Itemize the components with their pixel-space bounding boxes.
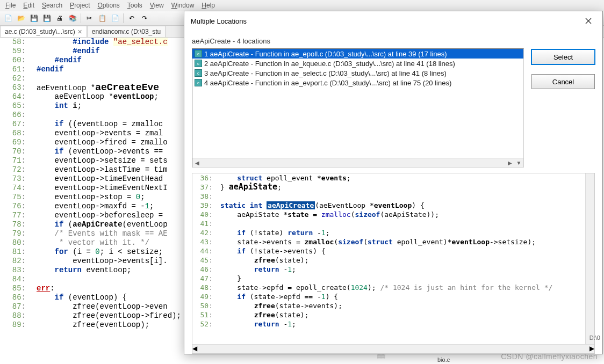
new-file-icon[interactable]: 📄 bbox=[2, 12, 14, 24]
menu-edit[interactable]: Edit bbox=[20, 1, 38, 10]
outline-thumbnail: ▒▒▒ bbox=[377, 354, 385, 358]
cancel-button[interactable]: Cancel bbox=[531, 74, 595, 89]
dialog-title: Multiple Locations bbox=[191, 17, 247, 25]
close-icon[interactable] bbox=[579, 14, 598, 27]
menu-project[interactable]: Project bbox=[67, 1, 93, 10]
location-item[interactable]: c3 aeApiCreate - Function in ae_select.c… bbox=[192, 68, 523, 78]
dialog-titlebar: Multiple Locations bbox=[184, 11, 602, 31]
redo-icon[interactable]: ↷ bbox=[139, 12, 150, 24]
scroll-left-icon[interactable]: ◀ bbox=[192, 345, 197, 353]
save-icon[interactable]: 💾 bbox=[28, 12, 40, 24]
undo-icon[interactable]: ↶ bbox=[126, 12, 138, 24]
location-item[interactable]: c2 aeApiCreate - Function in ae_kqueue.c… bbox=[192, 59, 523, 68]
save-all-icon[interactable]: 💾 bbox=[41, 12, 53, 24]
locations-listbox[interactable]: c1 aeApiCreate - Function in ae_epoll.c … bbox=[192, 48, 524, 168]
menu-tools[interactable]: Tools bbox=[124, 1, 146, 10]
paste-icon[interactable]: 📄 bbox=[109, 12, 121, 24]
menu-view[interactable]: View bbox=[147, 1, 167, 10]
dialog-subtitle: aeApiCreate - 4 locations bbox=[192, 37, 595, 45]
menu-search[interactable]: Search bbox=[39, 1, 66, 10]
editor-tab[interactable]: ae.c (D:\03_study\...\src)✕ bbox=[0, 26, 87, 37]
editor-tab[interactable]: endianconv.c (D:\03_stu bbox=[87, 26, 166, 37]
file-icon: c bbox=[195, 69, 202, 77]
copy-icon[interactable]: 📋 bbox=[96, 12, 108, 24]
menu-options[interactable]: Options bbox=[94, 1, 123, 10]
location-item[interactable]: c1 aeApiCreate - Function in ae_epoll.c … bbox=[192, 49, 523, 59]
file-icon: c bbox=[195, 50, 202, 57]
close-tab-icon[interactable]: ✕ bbox=[77, 28, 82, 35]
sidebar-file[interactable]: bio.c bbox=[437, 356, 450, 363]
preview-pane[interactable]: 3637383940414243444546474849505152 struc… bbox=[192, 173, 595, 354]
scroll-right-icon[interactable]: ▶ bbox=[589, 345, 594, 353]
menu-file[interactable]: File bbox=[2, 1, 19, 10]
print-icon[interactable]: 🖨 bbox=[54, 12, 66, 24]
file-icon: c bbox=[195, 60, 202, 67]
cut-icon[interactable]: ✂ bbox=[83, 12, 95, 24]
location-item[interactable]: c4 aeApiCreate - Function in ae_evport.c… bbox=[192, 78, 523, 88]
file-icon: c bbox=[195, 79, 202, 86]
menu-help[interactable]: Help bbox=[198, 1, 218, 10]
horizontal-scrollbar[interactable]: ◀ ▶ bbox=[192, 344, 594, 353]
books-icon[interactable]: 📚 bbox=[67, 12, 78, 24]
scroll-down-icon[interactable]: ▼ bbox=[514, 158, 523, 168]
scroll-left-icon[interactable]: ◀ bbox=[192, 158, 202, 168]
select-button[interactable]: Select bbox=[531, 49, 595, 64]
open-icon[interactable]: 📂 bbox=[15, 12, 27, 24]
menubar: FileEditSearchProjectOptionsToolsViewWin… bbox=[0, 0, 604, 11]
vertical-scrollbar[interactable] bbox=[585, 173, 594, 344]
menu-window[interactable]: Window bbox=[168, 1, 198, 10]
scroll-right-icon[interactable]: ▶ bbox=[505, 158, 514, 168]
multiple-locations-dialog: Multiple Locations aeApiCreate - 4 locat… bbox=[184, 11, 603, 354]
status-text: D:\0 bbox=[589, 334, 600, 341]
